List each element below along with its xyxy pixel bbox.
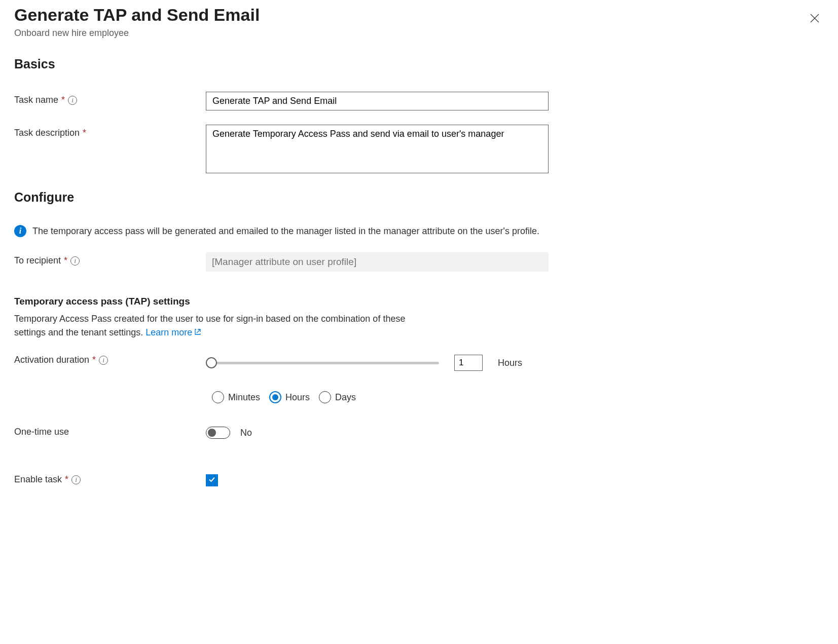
radio-icon (212, 391, 224, 403)
activation-duration-unit: Hours (498, 358, 522, 368)
slider-thumb[interactable] (206, 357, 217, 368)
radio-days-label: Days (335, 392, 356, 403)
required-indicator: * (65, 474, 68, 485)
info-icon[interactable]: i (99, 356, 108, 365)
external-link-icon (194, 326, 201, 339)
one-time-use-label: One-time use (14, 427, 69, 437)
radio-hours-label: Hours (285, 392, 310, 403)
slider-track (211, 362, 439, 364)
to-recipient-input (206, 252, 549, 272)
basics-heading: Basics (14, 57, 824, 71)
toggle-knob (208, 429, 216, 437)
enable-task-label: Enable task (14, 474, 62, 485)
task-name-label: Task name (14, 95, 58, 105)
required-indicator: * (61, 95, 65, 105)
required-indicator: * (92, 355, 96, 365)
one-time-use-toggle[interactable] (206, 427, 230, 439)
close-icon (810, 17, 820, 25)
configure-heading: Configure (14, 190, 824, 205)
required-indicator: * (83, 128, 86, 138)
info-banner: i The temporary access pass will be gene… (14, 225, 824, 237)
required-indicator: * (64, 255, 67, 266)
task-description-label: Task description (14, 128, 80, 138)
activation-duration-value[interactable] (454, 355, 483, 371)
info-icon[interactable]: i (68, 96, 77, 105)
info-banner-text: The temporary access pass will be genera… (32, 226, 539, 237)
page-subtitle: Onboard new hire employee (14, 28, 260, 39)
radio-minutes[interactable]: Minutes (212, 391, 260, 403)
radio-hours[interactable]: Hours (269, 391, 310, 403)
enable-task-checkbox[interactable] (206, 474, 218, 486)
info-icon[interactable]: i (71, 475, 81, 484)
info-icon: i (14, 225, 26, 237)
one-time-use-value: No (240, 428, 252, 438)
activation-duration-slider[interactable] (206, 358, 439, 368)
task-description-input[interactable] (206, 125, 549, 173)
tap-settings-heading: Temporary access pass (TAP) settings (14, 296, 824, 307)
tap-settings-description: Temporary Access Pass created for the us… (14, 312, 420, 339)
info-icon[interactable]: i (70, 256, 80, 266)
page-title: Generate TAP and Send Email (14, 5, 260, 25)
activation-duration-label: Activation duration (14, 355, 89, 365)
checkmark-icon (208, 475, 216, 486)
close-button[interactable] (808, 11, 822, 27)
radio-minutes-label: Minutes (228, 392, 260, 403)
radio-days[interactable]: Days (319, 391, 356, 403)
to-recipient-label: To recipient (14, 255, 61, 266)
radio-icon (319, 391, 331, 403)
radio-icon (269, 391, 281, 403)
task-name-input[interactable] (206, 92, 549, 110)
duration-unit-radio-group: Minutes Hours Days (212, 391, 549, 403)
learn-more-link[interactable]: Learn more (145, 327, 201, 337)
